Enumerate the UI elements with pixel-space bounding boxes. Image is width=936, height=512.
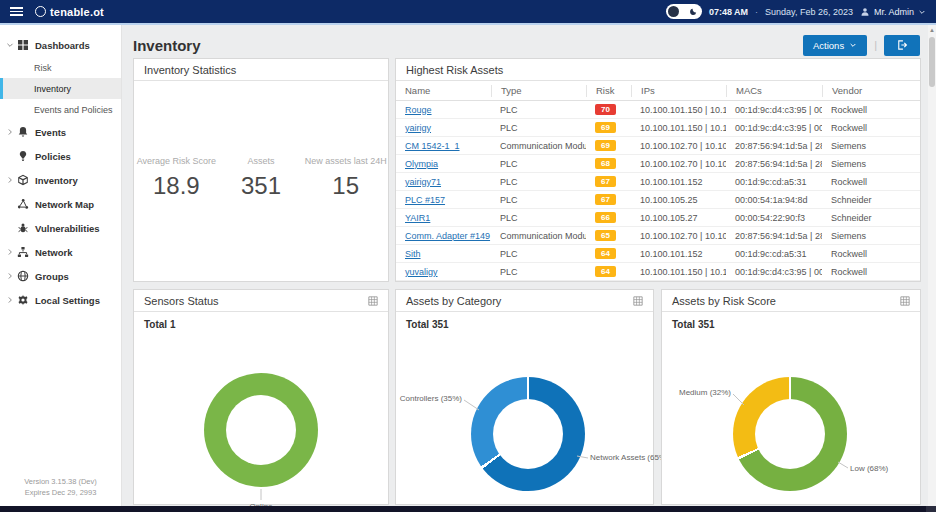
panel-header: Sensors Status [134,290,388,312]
dashboards-icon [17,39,29,51]
asset-link[interactable]: Sith [405,249,421,259]
panel-title: Inventory Statistics [144,64,236,76]
risk-score-badge: 69 [595,140,616,151]
asset-macs: 00:1d:9c:d4:c3:95 | 00:1... [726,105,822,115]
actions-button[interactable]: Actions [803,35,867,56]
asset-link[interactable]: yairigy [405,123,431,133]
column-header-ips[interactable]: IPs [631,85,726,97]
main-content: Inventory Actions | Inventory Statistics… [122,25,936,506]
chart-total-label: Total 351 [672,319,715,330]
sidebar-item-events-and-policies[interactable]: Events and Policies [0,99,121,120]
sidebar-item-local-settings[interactable]: Local Settings [0,288,121,312]
asset-ips: 10.100.101.152 [631,249,726,259]
sidebar-item-inventory[interactable]: Inventory [0,168,121,192]
sidebar-item-vulnerabilities[interactable]: Vulnerabilities [0,216,121,240]
scrollbar-up-arrow[interactable]: ▲ [928,25,936,35]
sidebar-item-policies[interactable]: Policies [0,144,121,168]
sidebar-item-label: Vulnerabilities [35,223,100,234]
asset-link[interactable]: CM 1542-1_1 [405,141,460,151]
sidebar-item-risk[interactable]: Risk [0,57,121,78]
risk-score-badge: 66 [595,212,616,223]
sidebar-item-label: Events and Policies [34,105,113,115]
panel-grid-icon[interactable] [633,296,643,306]
table-body: RougePLC7010.100.101.150 | 10.100...00:1… [396,101,920,281]
donut-hole [226,395,297,466]
asset-vendor: Siemens [822,141,920,151]
column-header-type[interactable]: Type [491,85,586,97]
scrollbar-thumb[interactable] [929,37,935,87]
asset-type: PLC [491,213,586,223]
panel-grid-icon[interactable] [368,296,378,306]
asset-link[interactable]: yuvaligy [405,267,438,277]
sidebar-item-label: Inventory [35,175,78,186]
panel-header: Assets by Category [396,290,653,312]
asset-link[interactable]: PLC #157 [405,195,445,205]
asset-ips: 10.100.105.27 [631,213,726,223]
menu-icon[interactable] [10,7,23,16]
user-menu[interactable]: Mr. Admin [860,7,926,17]
chevron-down-icon [918,8,926,16]
asset-link[interactable]: Rouge [405,105,432,115]
column-header-risk[interactable]: Risk [586,85,631,97]
asset-type: PLC [491,195,586,205]
asset-link[interactable]: yairigy71 [405,177,441,187]
sidebar-item-network-map[interactable]: Network Map [0,192,121,216]
asset-vendor: Rockwell [822,267,920,277]
asset-ips: 10.100.101.150 | 10.100... [631,267,726,277]
stat-new-assets-last-24h: New assets last 24H15 [303,156,388,200]
asset-macs: 00:1d:9c:cd:a5:31 [726,249,822,259]
asset-type: PLC [491,105,586,115]
risk-score-badge: 65 [595,230,616,241]
sidebar-item-label: Network [35,247,72,258]
stat-average-risk-score: Average Risk Score18.9 [134,156,219,200]
export-button[interactable] [884,35,920,56]
stat-assets: Assets351 [219,156,304,200]
asset-ips: 10.100.101.150 | 10.100... [631,105,726,115]
asset-link[interactable]: Olympia [405,159,438,169]
policies-icon [17,150,29,162]
sidebar-item-events[interactable]: Events [0,120,121,144]
risk-score-badge: 69 [595,122,616,133]
asset-type: PLC [491,249,586,259]
page-header: Inventory Actions | [133,33,920,57]
asset-vendor: Siemens [822,231,920,241]
asset-type: Communication Module [491,141,586,151]
donut-chart[interactable] [471,377,585,491]
table-row: CM 1542-1_1Communication Module6910.100.… [396,137,920,155]
asset-vendor: Rockwell [822,249,920,259]
asset-ips: 10.100.101.150 | 10.100... [631,123,726,133]
asset-vendor: Siemens [822,159,920,169]
vertical-scrollbar[interactable]: ▲ [928,25,936,506]
donut-chart[interactable] [204,373,318,487]
stat-value: 18.9 [134,172,219,200]
version-text: Version 3.15.38 (Dev) [0,476,121,487]
column-header-macs[interactable]: MACs [726,85,822,97]
sidebar-item-label: Events [35,127,66,138]
asset-link[interactable]: YAIR1 [405,213,430,223]
slice-label: Low (68%) [850,464,888,474]
asset-ips: 10.100.102.70 | 10.100... [631,159,726,169]
app-window: tenable.ot 07:48 AM · Sunday, Feb 26, 20… [0,0,936,512]
sidebar-item-network[interactable]: Network [0,240,121,264]
asset-type: PLC [491,177,586,187]
table-row: SithPLC6410.100.101.15200:1d:9c:cd:a5:31… [396,245,920,263]
sidebar-item-groups[interactable]: Groups [0,264,121,288]
donut-chart[interactable] [733,377,847,491]
panel-header: Inventory Statistics [134,59,388,81]
sidebar-item-label: Network Map [35,199,94,210]
expires-text: Expires Dec 29, 2993 [0,487,121,498]
sidebar-item-inventory[interactable]: Inventory [0,78,121,99]
dark-mode-toggle[interactable] [666,4,702,19]
table-row: YAIR1PLC6610.100.105.2700:00:54:22:90:f3… [396,209,920,227]
asset-ips: 10.100.102.70 | 10.100... [631,231,726,241]
column-header-name[interactable]: Name [396,85,491,97]
chevron-right-icon [6,128,14,136]
version-info: Version 3.15.38 (Dev) Expires Dec 29, 29… [0,476,121,506]
asset-link[interactable]: Comm. Adapter #149 [405,231,490,241]
chevron-right-icon [6,248,14,256]
moon-icon [689,7,698,16]
table-row: yuvaligyPLC6410.100.101.150 | 10.100...0… [396,263,920,281]
sidebar-item-dashboards[interactable]: Dashboards [0,33,121,57]
panel-grid-icon[interactable] [900,296,910,306]
column-header-vendor[interactable]: Vendor [822,85,920,97]
